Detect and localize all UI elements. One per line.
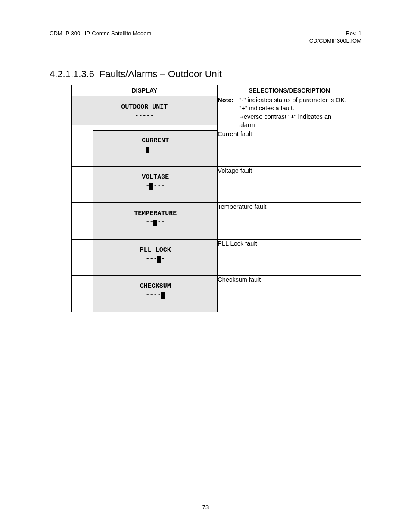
- note-body: "-" indicates status of parameter is OK.…: [239, 96, 347, 130]
- indent-spacer: [72, 240, 93, 276]
- table-row: CURRENT ----: [72, 130, 218, 167]
- lcd-display: CHECKSUM ----: [93, 276, 217, 312]
- lcd-display: CURRENT ----: [93, 130, 217, 166]
- desc-cell: Current fault: [218, 130, 361, 167]
- note-label: Note:: [218, 96, 237, 105]
- section-number: 4.2.1.1.3.6: [50, 68, 94, 79]
- indent-spacer: [72, 167, 93, 203]
- header-right: Rev. 1 CD/CDMIP300L.IOM: [309, 30, 361, 45]
- page-number: 73: [0, 504, 411, 510]
- table-row: PLL LOCK ----: [72, 239, 218, 276]
- faults-table: DISPLAY SELECTIONS/DESCRIPTION OUTDOOR U…: [71, 85, 361, 312]
- main-desc-cell: Note: "-" indicates status of parameter …: [218, 96, 361, 130]
- indent-spacer: [72, 203, 93, 239]
- page-header: CDM-IP 300L IP-Centric Satellite Modem R…: [50, 30, 361, 45]
- section-title: Faults/Alarms – Outdoor Unit: [100, 68, 222, 79]
- desc-cell: Checksum fault: [218, 276, 361, 312]
- cursor-icon: [157, 256, 161, 263]
- table-row: CHECKSUM ----: [72, 276, 218, 312]
- lcd-display: PLL LOCK ----: [93, 240, 217, 276]
- col-header-desc: SELECTIONS/DESCRIPTION: [218, 85, 361, 96]
- lcd-display: VOLTAGE ----: [93, 167, 217, 203]
- cursor-icon: [161, 292, 165, 299]
- cursor-icon: [146, 147, 149, 154]
- desc-cell: PLL Lock fault: [218, 239, 361, 276]
- desc-cell: Temperature fault: [218, 203, 361, 240]
- section-heading: 4.2.1.1.3.6 Faults/Alarms – Outdoor Unit: [50, 68, 361, 80]
- header-doc: CD/CDMIP300L.IOM: [309, 37, 361, 45]
- header-rev: Rev. 1: [309, 30, 361, 37]
- cursor-icon: [153, 220, 157, 227]
- cursor-icon: [149, 183, 153, 190]
- main-display-cell: OUTDOOR UNIT -----: [72, 96, 218, 130]
- col-header-display: DISPLAY: [72, 85, 218, 96]
- header-left: CDM-IP 300L IP-Centric Satellite Modem: [50, 30, 151, 45]
- table-row: TEMPERATURE ----: [72, 203, 218, 240]
- lcd-main: OUTDOOR UNIT -----: [72, 96, 217, 126]
- indent-spacer: [72, 276, 93, 312]
- lcd-display: TEMPERATURE ----: [93, 203, 217, 239]
- table-row: VOLTAGE ----: [72, 166, 218, 203]
- desc-cell: Voltage fault: [218, 166, 361, 203]
- indent-spacer: [72, 130, 93, 166]
